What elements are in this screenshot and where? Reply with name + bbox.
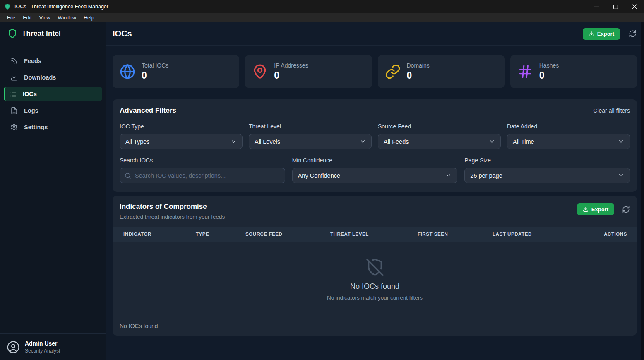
page-size-value: 25 per page	[470, 172, 502, 179]
filters-title: Advanced Filters	[120, 106, 176, 115]
search-input[interactable]	[135, 172, 280, 179]
sidebar-nav: Feeds Downloads IOCs Logs	[0, 45, 106, 135]
sidebar-item-downloads[interactable]: Downloads	[4, 70, 102, 85]
table-refresh-icon[interactable]	[622, 205, 630, 213]
sidebar-item-settings[interactable]: Settings	[4, 120, 102, 135]
date-added-label: Date Added	[507, 123, 630, 130]
chevron-down-icon	[618, 172, 624, 179]
sidebar-item-label: IOCs	[23, 91, 37, 97]
threat-level-label: Threat Level	[249, 123, 372, 130]
stat-card-ip-addresses: IP Addresses 0	[245, 55, 372, 88]
date-added-select[interactable]: All Time	[507, 134, 630, 149]
page-size-select[interactable]: 25 per page	[464, 168, 630, 183]
menu-window[interactable]: Window	[54, 13, 80, 22]
stats-row: Total IOCs 0 IP Addresses 0	[113, 55, 637, 88]
menu-file[interactable]: File	[3, 13, 19, 22]
sidebar-item-iocs[interactable]: IOCs	[4, 87, 102, 101]
page-title: IOCs	[113, 29, 132, 39]
advanced-filters-panel: Advanced Filters Clear all filters IOC T…	[113, 99, 637, 192]
min-confidence-value: Any Confidence	[298, 172, 340, 179]
shield-icon	[7, 29, 17, 39]
chevron-down-icon	[360, 138, 366, 145]
brand: Threat Intel	[0, 22, 106, 45]
sidebar-item-feeds[interactable]: Feeds	[4, 53, 102, 68]
table-export-button[interactable]: Export	[577, 203, 614, 215]
brand-name: Threat Intel	[22, 29, 61, 38]
source-feed-select[interactable]: All Feeds	[378, 134, 501, 149]
chevron-down-icon	[445, 172, 452, 179]
close-button[interactable]	[625, 0, 644, 13]
source-feed-value: All Feeds	[384, 138, 409, 145]
threat-level-value: All Levels	[255, 138, 280, 145]
file-icon	[10, 107, 18, 114]
empty-state: No IOCs found No indicators match your c…	[113, 242, 637, 317]
list-icon	[9, 90, 17, 98]
stat-value: 0	[274, 70, 308, 81]
column-indicator: INDICATOR	[123, 232, 196, 237]
sidebar-item-label: Downloads	[24, 74, 56, 81]
ioc-type-select[interactable]: All Types	[120, 134, 243, 149]
download-icon	[583, 206, 589, 212]
hash-icon	[517, 64, 533, 80]
column-last-updated-actions: LAST UPDATED ACTIONS	[493, 232, 627, 237]
column-first-seen: FIRST SEEN	[418, 232, 493, 237]
scrollbar-track[interactable]	[641, 22, 644, 360]
titlebar: IOCs - Threat Intelligence Feed Manager	[0, 0, 644, 13]
user-avatar-icon	[7, 341, 20, 354]
export-button-label: Export	[597, 31, 614, 37]
sidebar: Threat Intel Feeds Downloads IOCs	[0, 22, 106, 360]
export-button[interactable]: Export	[583, 28, 620, 40]
stat-card-total-iocs: Total IOCs 0	[113, 55, 239, 88]
sidebar-item-label: Logs	[24, 107, 38, 114]
maximize-button[interactable]	[606, 0, 625, 13]
globe-icon	[120, 64, 135, 80]
chevron-down-icon	[231, 138, 237, 145]
user-profile: Admin User Security Analyst	[0, 333, 106, 360]
user-role: Security Analyst	[25, 348, 60, 354]
table-footer: No IOCs found	[113, 317, 637, 336]
threat-level-select[interactable]: All Levels	[249, 134, 372, 149]
column-type: TYPE	[196, 232, 245, 237]
gear-icon	[10, 123, 18, 131]
search-icon	[125, 172, 131, 179]
menubar: File Edit View Window Help	[0, 13, 644, 22]
page-size-label: Page Size	[464, 157, 630, 164]
stat-label: IP Addresses	[274, 62, 308, 69]
empty-state-title: No IOCs found	[350, 282, 399, 291]
table-subtitle: Extracted threat indicators from your fe…	[120, 214, 225, 220]
stat-label: Total IOCs	[142, 62, 168, 69]
menu-view[interactable]: View	[36, 13, 54, 22]
stat-card-domains: Domains 0	[378, 55, 505, 88]
column-threat-level: THREAT LEVEL	[330, 232, 418, 237]
window-title: IOCs - Threat Intelligence Feed Manager	[14, 4, 108, 10]
stat-card-hashes: Hashes 0	[510, 55, 637, 88]
table-export-label: Export	[591, 206, 608, 213]
page-header: IOCs Export	[106, 22, 644, 46]
minimize-button[interactable]	[587, 0, 606, 13]
refresh-icon[interactable]	[629, 30, 637, 38]
ioc-type-value: All Types	[125, 138, 150, 145]
sidebar-item-label: Settings	[24, 124, 48, 130]
menu-help[interactable]: Help	[80, 13, 98, 22]
stat-label: Hashes	[539, 62, 559, 69]
stat-label: Domains	[407, 62, 430, 69]
rss-icon	[10, 57, 18, 65]
source-feed-label: Source Feed	[378, 123, 501, 130]
column-source-feed: SOURCE FEED	[245, 232, 330, 237]
chevron-down-icon	[489, 138, 495, 145]
min-confidence-select[interactable]: Any Confidence	[292, 168, 458, 183]
menu-edit[interactable]: Edit	[19, 13, 36, 22]
map-pin-icon	[252, 64, 268, 80]
shield-off-icon	[365, 258, 384, 277]
link-icon	[385, 64, 401, 80]
download-icon	[10, 74, 18, 81]
table-title: Indicators of Compromise	[120, 203, 225, 211]
ioc-table-card: Indicators of Compromise Extracted threa…	[113, 196, 637, 336]
column-actions: ACTIONS	[604, 232, 627, 237]
stat-value: 0	[539, 70, 559, 81]
clear-all-filters-link[interactable]: Clear all filters	[593, 107, 630, 114]
stat-value: 0	[407, 70, 430, 81]
chevron-down-icon	[618, 138, 624, 145]
search-iocs-label: Search IOCs	[120, 157, 285, 164]
sidebar-item-logs[interactable]: Logs	[4, 103, 102, 118]
